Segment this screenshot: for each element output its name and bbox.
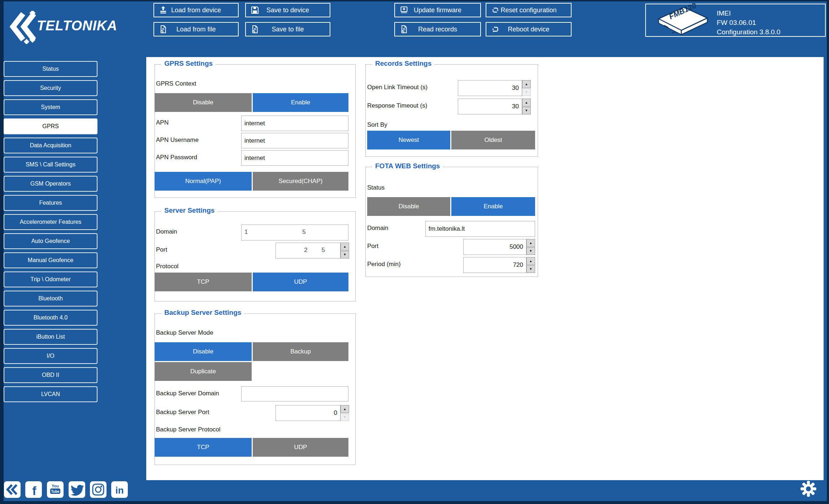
backup-server-port-spinner: ▲ ▼ bbox=[340, 405, 349, 421]
teltonika-social-icon[interactable] bbox=[4, 481, 21, 498]
svg-text:Tube: Tube bbox=[51, 490, 60, 494]
file-plus-icon bbox=[159, 25, 168, 34]
open-link-timeout-input[interactable] bbox=[458, 80, 522, 96]
backup-server-port-spin-up[interactable]: ▲ bbox=[340, 405, 349, 413]
sidebar-item-features[interactable]: Features bbox=[4, 195, 97, 211]
server-domain-fragment: 1 bbox=[244, 229, 248, 236]
backup-server-protocol-label: Backup Server Protocol bbox=[156, 426, 221, 433]
fota-port-input[interactable] bbox=[463, 239, 526, 255]
apn-username-label: APN Username bbox=[156, 136, 199, 144]
server-port-spin-down[interactable]: ▼ bbox=[340, 251, 349, 259]
fota-period-spin-down[interactable]: ▼ bbox=[526, 265, 535, 273]
sidebar-item-data-acquisition[interactable]: Data Acquisition bbox=[4, 138, 97, 153]
reboot-device-button[interactable]: Reboot device bbox=[486, 22, 572, 36]
sidebar-item-sms-call-settings[interactable]: SMS \ Call Settings bbox=[4, 157, 97, 173]
fota-domain-input[interactable] bbox=[425, 221, 535, 237]
sidebar-item-lvcan[interactable]: LVCAN bbox=[4, 386, 97, 402]
sidebar-item-gsm-operators[interactable]: GSM Operators bbox=[4, 176, 97, 192]
response-timeout-spin-up[interactable]: ▲ bbox=[522, 99, 531, 107]
server-settings-title: Server Settings bbox=[161, 207, 217, 214]
backup-server-port-input[interactable] bbox=[275, 405, 340, 421]
floppy-icon bbox=[250, 5, 260, 15]
sort-oldest-button[interactable]: Oldest bbox=[451, 131, 535, 149]
sidebar-item-obd-ii[interactable]: OBD II bbox=[4, 367, 97, 383]
update-firmware-button[interactable]: Update firmware bbox=[394, 3, 481, 17]
gprs-context-label: GPRS Context bbox=[156, 80, 196, 87]
file-check-icon bbox=[399, 25, 409, 34]
server-port-spinner: ▲ ▼ bbox=[340, 243, 349, 258]
server-domain-input[interactable]: 1 5 bbox=[241, 225, 348, 240]
read-records-button[interactable]: Read records bbox=[394, 22, 481, 36]
response-timeout-spin-down[interactable]: ▼ bbox=[522, 107, 531, 115]
server-protocol-udp-button[interactable]: UDP bbox=[253, 273, 348, 291]
apn-password-input[interactable] bbox=[241, 150, 348, 166]
fota-status-enable-button[interactable]: Enable bbox=[451, 197, 535, 216]
backup-mode-duplicate-button[interactable]: Duplicate bbox=[155, 362, 252, 381]
sort-newest-button[interactable]: Newest bbox=[367, 131, 450, 149]
sort-by-label: Sort By bbox=[367, 121, 387, 129]
response-timeout-input[interactable] bbox=[458, 99, 522, 114]
server-port-input[interactable]: 2 5 bbox=[275, 243, 340, 258]
window-frame-left bbox=[0, 0, 4, 504]
fota-period-spin-up[interactable]: ▲ bbox=[526, 257, 535, 265]
open-link-timeout-spin-down[interactable]: ▼ bbox=[522, 88, 531, 96]
sidebar-item-ibutton-list[interactable]: iButton List bbox=[4, 329, 97, 345]
fota-status-disable-button[interactable]: Disable bbox=[367, 197, 450, 216]
apn-password-label: APN Password bbox=[156, 154, 197, 161]
instagram-icon[interactable] bbox=[90, 481, 107, 498]
svg-text:in: in bbox=[115, 485, 123, 496]
sidebar-item-accelerometer-features[interactable]: Accelerometer Features bbox=[4, 214, 97, 230]
sidebar-item-bluetooth[interactable]: Bluetooth bbox=[4, 291, 97, 307]
gprs-context-enable-button[interactable]: Enable bbox=[253, 93, 348, 112]
gprs-context-disable-button[interactable]: Disable bbox=[155, 93, 252, 112]
fota-port-spin-down[interactable]: ▼ bbox=[526, 247, 535, 255]
auth-normal-pap-button[interactable]: Normal(PAP) bbox=[155, 172, 252, 191]
auth-secured-chap-button[interactable]: Secured(CHAP) bbox=[253, 172, 348, 191]
apn-input[interactable] bbox=[241, 116, 348, 131]
sidebar-item-gprs[interactable]: GPRS bbox=[4, 118, 97, 134]
configurator-window: TELTONIKA Load from device Save to devic… bbox=[0, 0, 829, 504]
sidebar-item-status[interactable]: Status bbox=[4, 61, 97, 77]
open-link-timeout-spin-up[interactable]: ▲ bbox=[522, 80, 531, 88]
fota-period-spinner: ▲ ▼ bbox=[526, 257, 535, 273]
backup-protocol-udp-button[interactable]: UDP bbox=[253, 438, 348, 457]
sidebar-item-system[interactable]: System bbox=[4, 99, 97, 115]
load-from-device-button[interactable]: Load from device bbox=[153, 3, 239, 17]
apn-username-input[interactable] bbox=[241, 133, 348, 148]
backup-server-domain-input[interactable] bbox=[241, 386, 348, 401]
youtube-icon[interactable]: YouTube bbox=[47, 481, 64, 498]
save-to-device-button[interactable]: Save to device bbox=[245, 3, 330, 17]
response-timeout-label: Response Timeout (s) bbox=[367, 102, 427, 109]
sidebar-item-auto-geofence[interactable]: Auto Geofence bbox=[4, 233, 97, 249]
sidebar-item-security[interactable]: Security bbox=[4, 80, 97, 96]
fota-period-input[interactable] bbox=[463, 257, 526, 273]
backup-mode-disable-button[interactable]: Disable bbox=[155, 342, 252, 361]
backup-server-port-spin-down[interactable]: ▼ bbox=[340, 413, 349, 421]
reset-configuration-button[interactable]: Reset configuration bbox=[486, 3, 572, 17]
sidebar-item-io[interactable]: I/O bbox=[4, 348, 97, 364]
sidebar-item-bluetooth-40[interactable]: Bluetooth 4.0 bbox=[4, 310, 97, 326]
upload-icon bbox=[159, 5, 168, 15]
sidebar-item-trip-odometer[interactable]: Trip \ Odometer bbox=[4, 271, 97, 287]
server-protocol-tcp-button[interactable]: TCP bbox=[155, 273, 252, 291]
sidebar-item-manual-geofence[interactable]: Manual Geofence bbox=[4, 252, 97, 268]
save-to-file-button[interactable]: Save to file bbox=[245, 22, 330, 36]
facebook-icon[interactable]: f bbox=[25, 481, 42, 498]
file-check-icon bbox=[250, 25, 260, 34]
fota-port-spin-up[interactable]: ▲ bbox=[526, 239, 535, 247]
backup-mode-backup-button[interactable]: Backup bbox=[253, 342, 348, 361]
server-port-spin-up[interactable]: ▲ bbox=[340, 243, 349, 251]
server-domain-fragment: 5 bbox=[302, 229, 305, 236]
settings-gear-icon[interactable] bbox=[800, 481, 817, 499]
fota-port-spinner: ▲ ▼ bbox=[526, 239, 535, 255]
twitter-icon[interactable] bbox=[69, 481, 85, 498]
server-domain-label: Domain bbox=[156, 228, 177, 235]
gprs-settings-title: GPRS Settings bbox=[161, 60, 216, 68]
backup-protocol-tcp-button[interactable]: TCP bbox=[155, 438, 252, 457]
load-from-file-button[interactable]: Load from file bbox=[153, 22, 239, 36]
window-frame-right bbox=[827, 0, 829, 504]
server-protocol-label: Protocol bbox=[156, 263, 178, 270]
linkedin-icon[interactable]: in bbox=[111, 481, 128, 498]
window-frame-bottom bbox=[0, 501, 829, 504]
device-configuration: Configuration 3.8.0.0 bbox=[717, 27, 780, 37]
